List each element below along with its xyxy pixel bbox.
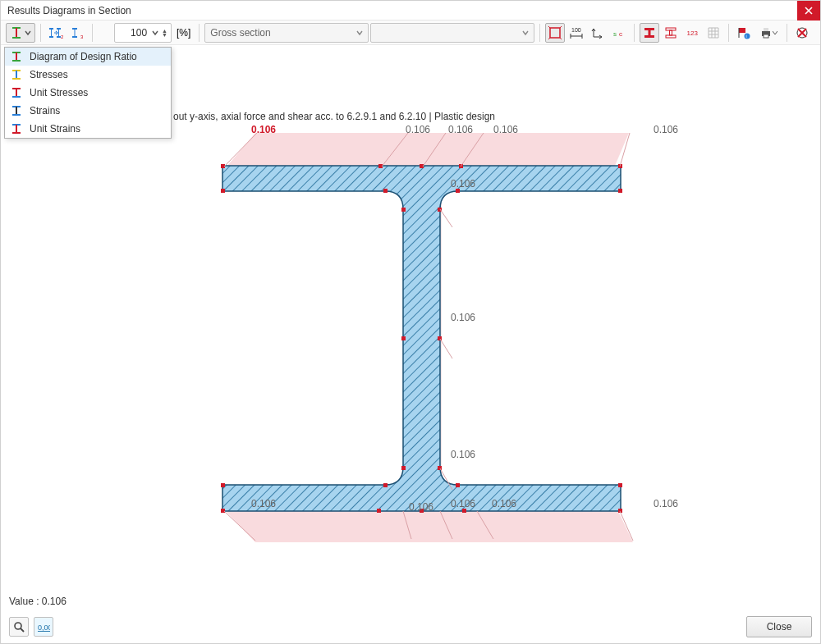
value-label: 0.106 [448,124,473,135]
chevron-down-icon [25,30,31,36]
svg-rect-71 [221,483,225,487]
svg-rect-73 [456,483,460,487]
view-dimensions-button[interactable]: 100 [566,23,586,43]
dropdown-item-strains[interactable]: Strains [5,102,171,120]
svg-rect-5 [49,36,53,38]
toolbar-separator [92,24,93,42]
value-label: 0.106 [492,498,516,509]
status-value: 0.106 [42,596,67,607]
chevron-down-icon [522,30,529,36]
toolbar-separator [728,24,729,42]
search-value-button[interactable] [9,617,29,637]
view-bounds-button[interactable] [545,23,565,43]
value-label: 0.106 [451,312,475,323]
chevron-down-icon[interactable] [152,30,158,36]
status-label: Value : [9,596,39,607]
window-title: Results Diagrams in Section [7,5,131,16]
decimal-format-button[interactable]: 0,00 [34,617,53,637]
value-label: 0.106 [451,449,475,460]
section-type-combo[interactable]: Gross section [204,23,369,43]
secondary-combo[interactable] [370,23,534,43]
i-section-outline-icon [664,26,677,39]
svg-marker-53 [227,133,629,166]
status-bar: Value : 0.106 [1,592,75,610]
view-axes-button[interactable] [588,23,608,43]
toolbar-beam3-button[interactable]: 3 [67,23,87,43]
svg-text:3: 3 [80,34,84,39]
dropdown-item-label: Stresses [30,69,68,80]
dropdown-item-unit-strains[interactable]: Unit Strains [5,120,171,138]
value-label: 0.106 [251,498,276,509]
printer-icon [759,26,773,39]
titlebar: Results Diagrams in Section [1,1,820,21]
dimension-icon: 100 [570,26,583,39]
show-i-section-button[interactable] [640,23,659,43]
svg-text:s: s [613,30,617,38]
toolbar-separator [40,24,41,42]
unit-strains-icon [10,122,23,135]
svg-rect-67 [401,336,406,340]
svg-rect-12 [72,36,77,38]
stresses-icon [10,68,23,81]
toolbar-separator [634,24,635,42]
close-button[interactable]: Close [746,616,812,637]
value-label: 0.106 [493,124,518,135]
print-split-button[interactable] [755,23,782,43]
toolbar-separator [787,24,787,42]
dropdown-item-stresses[interactable]: Stresses [5,66,171,84]
svg-point-93 [15,623,21,629]
svg-line-86 [440,339,452,359]
dropdown-item-label: Unit Stresses [30,87,88,98]
display-settings-button[interactable]: i [734,23,754,43]
stress-points-icon: sc [612,26,626,39]
zoom-unit: [%] [173,27,194,39]
svg-text:c: c [619,30,622,38]
svg-rect-34 [764,34,768,38]
bounds-icon [548,26,562,39]
value-label: 0.106 [406,124,430,135]
zoom-spinner[interactable]: ▲▼ [162,29,167,37]
value-label: 0.106 [654,498,678,509]
zoom-combo[interactable]: 100 ▲▼ [114,23,172,43]
diagram-type-split-button[interactable] [6,23,35,43]
dropdown-item-label: Strains [30,105,60,116]
svg-text:0,00: 0,00 [38,623,50,632]
svg-text:123: 123 [687,30,699,37]
dropdown-item-design-ratio[interactable]: Diagram of Design Ratio [5,48,171,66]
decimal-icon: 0,00 [37,621,50,633]
toolbar-beam2-button[interactable]: 2 [46,23,66,43]
toolbar: 2 3 100 ▲▼ [%] Gross section 100 [1,21,820,45]
svg-rect-74 [618,483,622,487]
unit-stresses-icon [10,86,23,99]
delete-results-button[interactable] [792,23,812,43]
svg-line-94 [21,628,24,632]
window-close-button[interactable] [797,1,820,21]
svg-text:2: 2 [61,34,63,39]
view-stress-points-button[interactable]: sc [609,23,629,43]
values-123-icon: 123 [686,26,699,39]
show-i-section-outline-button[interactable] [661,23,681,43]
beam3-icon: 3 [70,26,85,39]
section-type-value: Gross section [210,27,351,39]
svg-rect-14 [550,28,560,38]
svg-rect-75 [221,509,225,513]
grid-icon [707,26,720,39]
value-label: 0.106 [451,178,475,190]
show-values-button[interactable]: 123 [682,23,702,43]
magnifier-icon [13,621,25,633]
show-grid-button[interactable] [704,23,723,43]
svg-rect-26 [666,35,676,38]
svg-rect-69 [401,466,406,470]
diagram-type-dropdown[interactable]: Diagram of Design Ratio Stresses Unit St… [4,47,172,139]
toolbar-separator [199,24,200,42]
dropdown-item-unit-stresses[interactable]: Unit Stresses [5,84,171,102]
svg-rect-72 [383,483,388,487]
svg-rect-76 [377,509,381,513]
svg-line-85 [440,209,452,227]
toolbar-separator [539,24,540,42]
strains-icon [10,104,23,117]
value-label: 0.106 [409,501,433,513]
svg-rect-28 [739,28,745,33]
beam2-icon: 2 [48,26,63,39]
chevron-down-icon [773,30,777,35]
